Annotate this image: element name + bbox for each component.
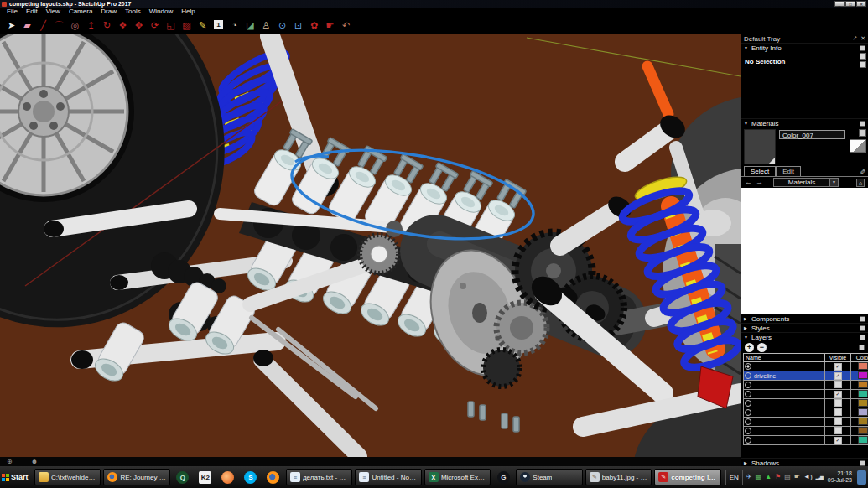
back-arrow-icon[interactable]: ← [745, 177, 752, 188]
skype-pinned-icon[interactable]: S [241, 468, 261, 486]
layer-visible-checkbox[interactable]: ✓ [834, 391, 842, 398]
layer-row[interactable]: ✓ [744, 362, 868, 371]
layer-radio[interactable] [745, 391, 751, 397]
layers-detach-icon[interactable] [860, 335, 865, 340]
materials-header[interactable]: ▼ Materials [741, 118, 868, 127]
layer-radio[interactable] [745, 372, 751, 379]
sketchup-taskbar-button[interactable]: ✎competing layou... [654, 469, 720, 485]
layer-color-swatch[interactable] [858, 381, 868, 388]
rotate-tool[interactable]: ⟳ [147, 18, 163, 33]
previous-view-tool[interactable]: ↶ [338, 18, 354, 33]
select-tool[interactable]: ➤ [3, 18, 19, 33]
materials-dropdown[interactable]: Materials ▼ [773, 178, 839, 187]
paint-taskbar-button[interactable]: ✎baby11.jpg - Paint [585, 469, 652, 485]
entity-info-header[interactable]: ▼ Entity Info [741, 43, 868, 52]
hide-icon[interactable] [860, 53, 866, 60]
user-credit-icon[interactable]: ☻ [31, 457, 38, 466]
layer-color-swatch[interactable] [858, 399, 868, 407]
tray-plane-icon[interactable]: ✈ [746, 473, 752, 481]
close-tray-icon[interactable]: ✕ [860, 35, 865, 42]
layer-visible-checkbox[interactable]: ✓ [834, 437, 842, 444]
layer-visible-checkbox[interactable]: ✓ [834, 363, 842, 371]
layer-row[interactable] [744, 381, 868, 390]
layer-radio[interactable] [745, 363, 751, 370]
dropdown-caret-icon[interactable]: ▼ [829, 179, 838, 186]
menu-view[interactable]: View [42, 8, 65, 16]
layer-radio[interactable] [745, 400, 751, 407]
col-visible[interactable]: Visible [825, 354, 851, 362]
layer-visible-checkbox[interactable] [834, 418, 842, 425]
in-model-icon[interactable]: ⌂ [856, 179, 865, 187]
layer-row[interactable] [744, 418, 868, 427]
layer-visible-checkbox[interactable]: ✓ [834, 372, 842, 380]
entity-info-detach-icon[interactable] [860, 45, 865, 51]
materials-list[interactable] [741, 188, 868, 314]
network-signal-icon[interactable]: ▂▄▆ [816, 473, 823, 481]
layer-row[interactable] [744, 427, 868, 436]
push-pull-tool[interactable]: ↥ [83, 18, 99, 33]
show-desktop-icon[interactable] [857, 470, 866, 485]
layer-color-swatch[interactable] [858, 371, 868, 379]
maximize-button[interactable]: □ [845, 1, 855, 7]
remove-layer-button[interactable]: − [757, 343, 767, 352]
layer-color-swatch[interactable] [858, 362, 868, 370]
menu-camera[interactable]: Camera [65, 8, 96, 16]
excel-taskbar-button[interactable]: XMicrosoft Excel - J... [424, 469, 491, 485]
layer-radio[interactable] [745, 437, 751, 444]
move-tool[interactable]: ✥ [131, 18, 147, 33]
menu-help[interactable]: Help [177, 8, 199, 16]
clock[interactable]: 21:18 09-Jul-23 [828, 470, 852, 484]
line-tool[interactable]: ╱ [35, 18, 51, 33]
layer-row[interactable]: ✓ [744, 390, 868, 399]
sample-paint-icon[interactable]: ✎ [858, 169, 866, 175]
menu-window[interactable]: Window [145, 8, 177, 16]
circle-tool[interactable]: ◎ [67, 18, 83, 33]
tab-select[interactable]: Select [744, 166, 776, 176]
firefox-pinned-icon[interactable] [263, 468, 283, 486]
layer-row[interactable]: ✓ [744, 436, 868, 445]
explorer-taskbar-button[interactable]: C:\txt\vehides\2ve... [34, 469, 101, 485]
add-layer-button[interactable]: + [745, 343, 754, 352]
menu-file[interactable]: File [3, 8, 22, 16]
lock-icon[interactable] [860, 61, 866, 68]
styles-header[interactable]: ▶ Styles [741, 323, 868, 332]
components-detach-icon[interactable] [860, 316, 865, 322]
start-button[interactable]: Start [2, 473, 32, 481]
forward-arrow-icon[interactable]: → [756, 177, 763, 188]
section-plane-tool[interactable]: ◪ [242, 18, 258, 33]
layer-row[interactable] [744, 399, 868, 408]
tray-box-icon[interactable]: ▤ [784, 473, 791, 481]
default-material-swatch[interactable] [850, 139, 866, 153]
notepad-delat-taskbar-button[interactable]: ≡делать.txt - Notepad [286, 469, 352, 485]
k2-pinned-icon[interactable]: K2 [195, 468, 216, 486]
gog-pinned-icon[interactable]: G [493, 468, 513, 486]
dimension-tool[interactable]: 1 [211, 18, 226, 33]
pan-tool[interactable]: ☛ [322, 18, 338, 33]
col-color[interactable]: Color [851, 354, 868, 362]
search-pinned-icon[interactable]: Q [173, 468, 193, 486]
secondary-pane-icon[interactable] [859, 129, 866, 137]
zoom-tool[interactable]: ⊙ [274, 18, 290, 33]
layer-color-swatch[interactable] [858, 418, 868, 425]
language-indicator[interactable]: EN [730, 474, 739, 481]
steam-taskbar-button[interactable]: Steam [516, 469, 582, 485]
layers-menu-icon[interactable] [859, 345, 865, 350]
paint-bucket-tool[interactable]: ▨ [179, 18, 195, 33]
layer-radio[interactable] [745, 382, 751, 388]
offset-tool[interactable]: ❖ [115, 18, 131, 33]
minimize-button[interactable]: _ [834, 1, 845, 7]
shadows-detach-icon[interactable] [860, 460, 865, 466]
layer-color-swatch[interactable] [858, 436, 868, 444]
tray-grid-icon[interactable]: ▦ [756, 473, 762, 481]
orange-app-pinned-icon[interactable] [218, 468, 238, 486]
zoom-window-tool[interactable]: ⊡ [290, 18, 306, 33]
menu-draw[interactable]: Draw [96, 8, 121, 16]
follow-me-tool[interactable]: ↻ [99, 18, 115, 33]
layer-visible-checkbox[interactable] [834, 408, 842, 416]
menu-tools[interactable]: Tools [121, 8, 145, 16]
close-button[interactable]: ✕ [856, 1, 866, 7]
layer-row[interactable]: driveline✓ [744, 371, 868, 381]
layers-header[interactable]: ▼ Layers [741, 332, 868, 341]
layer-color-swatch[interactable] [858, 427, 868, 434]
menu-edit[interactable]: Edit [22, 8, 42, 16]
